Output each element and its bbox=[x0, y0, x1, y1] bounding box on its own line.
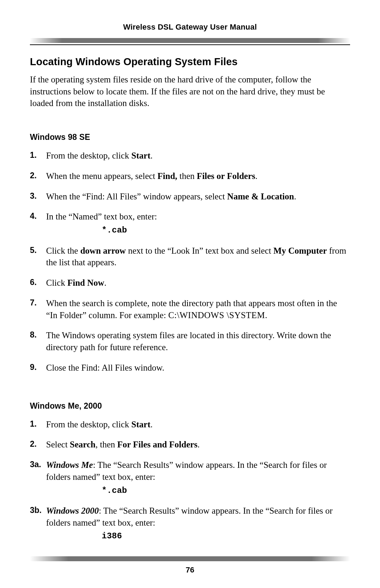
list-number: 9. bbox=[30, 362, 46, 373]
list-body: Windows 2000: The “Search Results” windo… bbox=[46, 505, 350, 542]
list-number: 2. bbox=[30, 439, 46, 450]
text-bold: Find, bbox=[158, 171, 177, 181]
list-number: 6. bbox=[30, 277, 46, 288]
header-gradient-bar bbox=[30, 38, 350, 43]
text: From the desktop, click bbox=[46, 420, 131, 429]
list-number: 7. bbox=[30, 297, 46, 308]
header-rule bbox=[30, 44, 350, 45]
list-item: 2. Select Search, then For Files and Fol… bbox=[30, 439, 350, 451]
code: i386 bbox=[46, 531, 350, 542]
text-bold: Search bbox=[70, 440, 95, 449]
text: . bbox=[255, 171, 258, 181]
text-smallcaps: C:\WINDOWS \SYSTEM bbox=[168, 310, 265, 320]
text: , then bbox=[96, 440, 118, 449]
text-bold: Start bbox=[131, 420, 150, 429]
list-number: 3. bbox=[30, 191, 46, 202]
text: . bbox=[197, 440, 200, 449]
page-number: 76 bbox=[0, 565, 380, 575]
text: then bbox=[177, 171, 197, 181]
list-item: 3. When the “Find: All Files” window app… bbox=[30, 191, 350, 203]
list-number: 3b. bbox=[30, 505, 46, 516]
page: Wireless DSL Gateway User Manual Locatin… bbox=[0, 0, 380, 588]
code: *.cab bbox=[46, 225, 350, 236]
text-bold: Start bbox=[131, 151, 150, 160]
text-bold: Find Now bbox=[67, 278, 104, 287]
text-bold-italic: Windows 2000 bbox=[46, 506, 99, 515]
text-bold: Files or Folders bbox=[197, 171, 255, 181]
text-bold: My Computer bbox=[273, 246, 327, 255]
text: Click bbox=[46, 278, 67, 287]
list-number: 3a. bbox=[30, 459, 46, 470]
list-body: In the “Named” text box, enter: *.cab bbox=[46, 211, 350, 236]
section-intro: If the operating system files reside on … bbox=[30, 74, 350, 109]
list-body: Click the down arrow next to the “Look I… bbox=[46, 245, 350, 269]
list-body: Select Search, then For Files and Folder… bbox=[46, 439, 350, 451]
text: Click the bbox=[46, 246, 80, 255]
text: In the “Named” text box, enter: bbox=[46, 211, 350, 223]
list-body: Close the Find: All Files window. bbox=[46, 362, 350, 374]
text: When the “Find: All Files” window appear… bbox=[46, 192, 227, 201]
doc-header-title: Wireless DSL Gateway User Manual bbox=[30, 0, 350, 38]
text: . bbox=[150, 420, 152, 429]
list-number: 4. bbox=[30, 211, 46, 222]
list-body: When the search is complete, note the di… bbox=[46, 297, 350, 321]
text-bold: For Files and Folders bbox=[117, 440, 197, 449]
list-body: From the desktop, click Start. bbox=[46, 150, 350, 162]
text-bold: down arrow bbox=[80, 246, 126, 255]
list-body: Click Find Now. bbox=[46, 277, 350, 289]
text: . bbox=[104, 278, 106, 287]
section-title: Locating Windows Operating System Files bbox=[30, 55, 350, 69]
list-item: 9. Close the Find: All Files window. bbox=[30, 362, 350, 374]
footer-gradient-bar bbox=[30, 556, 350, 561]
list-win98: 1. From the desktop, click Start. 2. Whe… bbox=[30, 150, 350, 373]
list-item: 8. The Windows operating system files ar… bbox=[30, 329, 350, 353]
list-number: 5. bbox=[30, 245, 46, 256]
list-item: 1. From the desktop, click Start. bbox=[30, 150, 350, 162]
list-number: 2. bbox=[30, 170, 46, 181]
list-winme: 1. From the desktop, click Start. 2. Sel… bbox=[30, 419, 350, 542]
text-bold: Name & Location bbox=[227, 192, 294, 201]
page-footer: 76 bbox=[0, 556, 380, 575]
list-item: 3a. Windows Me: The “Search Results” win… bbox=[30, 459, 350, 496]
list-body: When the “Find: All Files” window appear… bbox=[46, 191, 350, 203]
text: . bbox=[150, 151, 152, 160]
list-item: 1. From the desktop, click Start. bbox=[30, 419, 350, 431]
text: When the menu appears, select bbox=[46, 171, 158, 181]
list-item: 4. In the “Named” text box, enter: *.cab bbox=[30, 211, 350, 236]
list-item: 2. When the menu appears, select Find, t… bbox=[30, 170, 350, 182]
list-number: 1. bbox=[30, 150, 46, 161]
list-item: 6. Click Find Now. bbox=[30, 277, 350, 289]
spacer bbox=[30, 382, 350, 401]
subheading-win98: Windows 98 SE bbox=[30, 132, 350, 143]
text: . bbox=[265, 310, 267, 320]
list-body: From the desktop, click Start. bbox=[46, 419, 350, 431]
list-number: 1. bbox=[30, 419, 46, 429]
list-body: When the menu appears, select Find, then… bbox=[46, 170, 350, 182]
list-number: 8. bbox=[30, 329, 46, 340]
code: *.cab bbox=[46, 485, 350, 496]
text: From the desktop, click bbox=[46, 151, 131, 160]
list-body: The Windows operating system files are l… bbox=[46, 329, 350, 353]
list-body: Windows Me: The “Search Results” window … bbox=[46, 459, 350, 496]
text: Select bbox=[46, 440, 70, 449]
list-item: 7. When the search is complete, note the… bbox=[30, 297, 350, 321]
list-item: 5. Click the down arrow next to the “Loo… bbox=[30, 245, 350, 269]
list-item: 3b. Windows 2000: The “Search Results” w… bbox=[30, 505, 350, 542]
text: next to the “Look In” text box and selec… bbox=[126, 246, 273, 255]
subheading-winme: Windows Me, 2000 bbox=[30, 401, 350, 411]
text-bold-italic: Windows Me bbox=[46, 460, 93, 470]
text: . bbox=[294, 192, 296, 201]
